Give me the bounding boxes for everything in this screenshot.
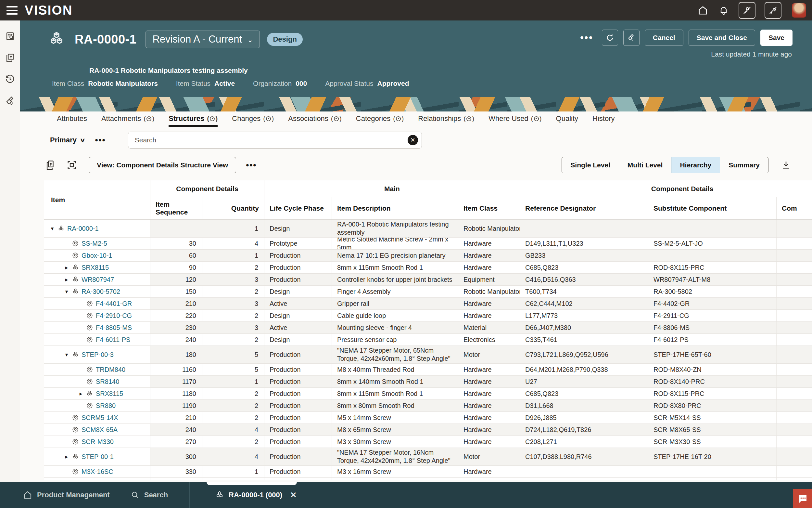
tab-history[interactable]: History xyxy=(592,115,615,127)
item-link[interactable]: TRDM840 xyxy=(96,366,125,374)
item-link[interactable]: SR8140 xyxy=(96,378,119,385)
feedback-chat-widget[interactable] xyxy=(793,489,812,508)
item-link[interactable]: F4-4401-GR xyxy=(96,300,132,307)
table-row[interactable]: STEP-00-13004Production"NEMA 17 Stepper … xyxy=(44,448,812,466)
view-more-icon[interactable]: ••• xyxy=(246,160,256,170)
tab-changes[interactable]: Changes() xyxy=(232,115,274,127)
item-link[interactable]: RA-0000-1 xyxy=(67,225,99,232)
pointer-slash-icon[interactable] xyxy=(765,2,781,19)
item-link[interactable]: F4-2910-CG xyxy=(96,312,132,320)
column-header-item-sequence[interactable]: Item Sequence xyxy=(150,197,202,219)
collapse-node-icon[interactable] xyxy=(47,225,57,232)
item-details-search-icon[interactable] xyxy=(4,30,16,43)
tab-categories[interactable]: Categories() xyxy=(356,115,404,127)
highlight-flashlight-icon[interactable] xyxy=(623,30,639,46)
table-row[interactable]: RA-0000-11DesignRA-000-1 Robotic Manipul… xyxy=(44,220,812,238)
item-link[interactable]: F4-6011-PS xyxy=(96,336,130,344)
menu-icon[interactable] xyxy=(6,6,17,15)
table-row[interactable]: F4-2910-CG2202DesignCable guide loopHard… xyxy=(44,310,812,322)
item-link[interactable]: STEP-00-1 xyxy=(82,453,114,461)
close-tab-icon[interactable]: ✕ xyxy=(290,491,296,500)
item-link[interactable]: SCR-M330 xyxy=(82,438,114,446)
table-row[interactable]: F4-6011-PS2402DesignPressure sensor capE… xyxy=(44,334,812,346)
table-row[interactable]: SCR-M3302702ProductionM3 x 30mm ScrewHar… xyxy=(44,436,812,448)
table-row[interactable]: SR814011701Production8mm x 140mm Smooth … xyxy=(44,376,812,388)
item-link[interactable]: M3X-16SC xyxy=(82,468,113,475)
table-row[interactable]: SCRM5-14X2102ProductionM5 x 14mm ScrewHa… xyxy=(44,412,812,424)
search-input[interactable] xyxy=(128,132,422,149)
home-icon[interactable] xyxy=(697,5,709,16)
column-header-reference-designator[interactable]: Reference Designator xyxy=(520,197,648,219)
expand-node-icon[interactable] xyxy=(61,264,72,271)
refresh-icon[interactable] xyxy=(602,30,618,46)
clear-search-icon[interactable]: ✕ xyxy=(408,135,418,145)
item-link[interactable]: SRX8115 xyxy=(96,390,123,397)
table-row[interactable]: Gbox-10-1601ProductionNema 17 10:1 EG pr… xyxy=(44,250,812,262)
tab-attachments[interactable]: Attachments() xyxy=(101,115,154,127)
user-avatar[interactable] xyxy=(792,3,806,17)
level-button-single-level[interactable]: Single Level xyxy=(562,157,619,173)
structure-more-icon[interactable]: ••• xyxy=(95,135,105,145)
column-header-item-class[interactable]: Item Class xyxy=(458,197,520,219)
tab-quality[interactable]: Quality xyxy=(556,115,578,127)
item-link[interactable]: SCM8X-65A xyxy=(82,426,117,433)
person-slash-icon[interactable] xyxy=(738,2,756,19)
expand-fullscreen-icon[interactable] xyxy=(65,159,78,172)
item-link[interactable]: Gbox-10-1 xyxy=(82,252,112,259)
bottom-nav-product-management[interactable]: Product Management xyxy=(23,490,110,500)
save-and-close-button[interactable]: Save and Close xyxy=(688,30,755,46)
expand-node-icon[interactable] xyxy=(61,453,72,460)
column-header-item-description[interactable]: Item Description xyxy=(332,197,458,219)
history-clock-icon[interactable] xyxy=(4,73,16,85)
table-row[interactable]: SCM8X-65A2404ProductionM8 x 65mm ScrewHa… xyxy=(44,424,812,436)
table-row[interactable]: WR8079471203ProductionController knobs f… xyxy=(44,274,812,286)
download-icon[interactable] xyxy=(779,159,793,172)
add-to-clipboard-icon[interactable] xyxy=(44,159,57,172)
collapse-node-icon[interactable] xyxy=(61,351,72,358)
table-row[interactable]: STEP-00-31805Production"NEMA 17 Stepper … xyxy=(44,346,812,364)
table-row[interactable]: RA-300-57021502DesignFinger 4 AssemblyRo… xyxy=(44,286,812,298)
table-row[interactable]: SRX8115902Production8mm x 115mm Smooth R… xyxy=(44,262,812,274)
item-link[interactable]: WR807947 xyxy=(82,276,114,284)
item-link[interactable]: STEP-00-3 xyxy=(82,351,114,358)
table-row[interactable]: TRDM84011605ProductionM8 x 40mm Threaded… xyxy=(44,364,812,376)
column-header-quantity[interactable]: Quantity xyxy=(202,197,264,219)
tab-attributes[interactable]: Attributes xyxy=(57,115,87,127)
cancel-button[interactable]: Cancel xyxy=(645,30,683,46)
item-link[interactable]: RA-300-5702 xyxy=(82,288,120,295)
tab-associations[interactable]: Associations() xyxy=(288,115,342,127)
level-button-hierarchy[interactable]: Hierarchy xyxy=(671,157,720,173)
column-header-life-cycle-phase[interactable]: Life Cycle Phase xyxy=(264,197,332,219)
table-row[interactable]: M3X-16SC3301ProductionM3 x 16mm ScrewHar… xyxy=(44,466,812,478)
item-link[interactable]: SRX8115 xyxy=(82,264,109,271)
column-header-item[interactable]: Item xyxy=(44,180,150,219)
save-button[interactable]: Save xyxy=(760,30,793,46)
tab-relationships[interactable]: Relationships() xyxy=(418,115,474,127)
more-actions-icon[interactable]: ••• xyxy=(577,32,596,43)
item-link[interactable]: SCRM5-14X xyxy=(82,414,118,422)
column-header-com-truncated[interactable]: Com xyxy=(776,197,812,219)
table-row[interactable]: SR88011902Production8mm x 80mm Smooth Ro… xyxy=(44,400,812,412)
table-row[interactable]: F4-8805-MS2303ActiveMounting sleeve - fi… xyxy=(44,322,812,334)
column-header-substitute-component[interactable]: Substitute Component xyxy=(648,197,776,219)
table-row[interactable]: SS-M2-5304PrototypeMetric Slotted Machin… xyxy=(44,238,812,250)
tab-structures[interactable]: Structures() xyxy=(169,115,218,127)
bottom-nav-search[interactable]: Search xyxy=(131,491,168,500)
level-button-summary[interactable]: Summary xyxy=(720,157,768,173)
table-row[interactable]: SRX811511802Production8mm x 115mm Smooth… xyxy=(44,388,812,400)
flashlight-icon[interactable] xyxy=(4,95,16,107)
collapse-node-icon[interactable] xyxy=(61,288,72,295)
level-button-multi-level[interactable]: Multi Level xyxy=(619,157,671,173)
view-selector-button[interactable]: View: Component Details Structure View xyxy=(89,157,236,173)
clipboard-upload-icon[interactable] xyxy=(4,52,16,64)
structure-selector[interactable]: Primary ∨ xyxy=(50,136,85,144)
expand-node-icon[interactable] xyxy=(61,276,72,283)
item-link[interactable]: SR880 xyxy=(96,402,115,410)
item-link[interactable]: SS-M2-5 xyxy=(82,240,107,247)
table-row[interactable]: F4-4401-GR2103ActiveGripper railHardware… xyxy=(44,298,812,310)
notifications-bell-icon[interactable] xyxy=(718,5,729,16)
open-item-tab[interactable]: RA-0000-1 (000) ✕ xyxy=(215,482,296,508)
tab-where-used[interactable]: Where Used() xyxy=(488,115,541,127)
expand-node-icon[interactable] xyxy=(76,390,86,397)
item-link[interactable]: F4-8805-MS xyxy=(96,324,132,332)
